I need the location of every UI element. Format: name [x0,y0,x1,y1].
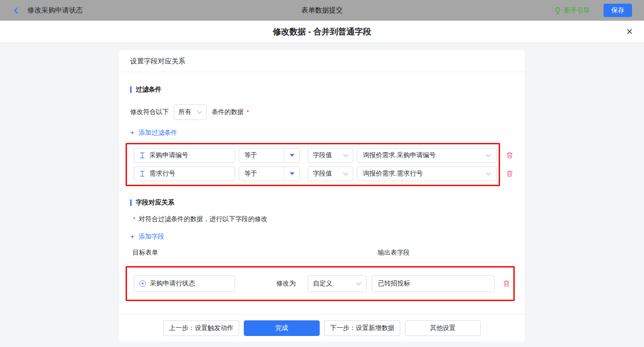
text-field-icon [139,152,145,159]
plus-icon: + [130,233,134,240]
modify-data-dialog: 修改数据 - 合并到普通字段 ✕ 设置字段对应关系 过滤条件 修改符合以下 所有 [0,21,644,347]
topbar-left: 修改采购申请状态 [12,6,83,15]
dialog-body: 设置字段对应关系 过滤条件 修改符合以下 所有 条件的数据 [0,43,644,347]
add-filter-condition-button[interactable]: + 添加过滤条件 [130,128,177,137]
close-icon[interactable]: ✕ [626,21,633,43]
filter-row: 采购申请编号 等于 字段值 询报价需求.采购申请编号 [134,148,497,163]
chevron-down-icon [486,172,491,176]
chevron-down-icon [486,154,491,157]
match-mode-select[interactable]: 所有 [174,104,207,120]
match-suffix-text: 条件的数据 [212,108,244,116]
modify-to-label: 修改为 [276,279,299,288]
match-mode-value: 所有 [178,108,191,116]
save-button[interactable]: 保存 [604,4,632,17]
filter-field-box[interactable]: 采购申请编号 [134,148,235,163]
topbar-center-title: 表单数据提交 [0,6,644,15]
annotation-highlight-filters: 采购申请编号 等于 字段值 询报价需求.采购申请编号 [126,143,500,186]
column-target-form: 目标表单 [132,249,158,256]
mapping-section-title: 字段对应关系 [130,198,514,207]
card-footer: 上一步：设置触发动作 完成 下一步：设置新增数据 其他设置 [119,314,525,341]
chevron-down-icon [356,282,361,285]
field-mapping-card: 设置字段对应关系 过滤条件 修改符合以下 所有 条件的数据 [119,50,525,341]
filter-rows-block: 采购申请编号 等于 字段值 询报价需求.采购申请编号 [126,143,514,186]
filter-value-select[interactable]: 询报价需求.需求行号 [357,166,497,181]
beginner-guide-link[interactable]: 新手引导 [554,6,590,15]
mapping-description: * 对符合过滤条件的数据，进行以下字段的修改 [130,215,514,224]
trash-icon[interactable] [506,170,513,177]
filter-section-title: 过滤条件 [130,85,514,94]
mapping-column-headers: 目标表单 输出表字段 [127,249,514,262]
chevron-down-icon [343,172,348,176]
chevron-down-icon [197,111,202,114]
caret-down-icon [284,148,299,162]
chevron-down-icon [343,154,348,157]
topbar-right: 新手引导 保存 [554,4,632,17]
section-accent-bar [130,86,132,93]
next-step-button[interactable]: 下一步：设置新增数据 [324,320,400,336]
modal-dim-overlay [0,0,644,21]
filter-value-type-select[interactable]: 字段值 [308,148,353,163]
plus-icon: + [130,129,134,137]
filter-row: 需求行号 等于 字段值 询报价需求.需求行号 [134,166,497,181]
caret-down-icon [284,167,299,181]
back-icon[interactable] [12,6,20,15]
filter-field-box[interactable]: 需求行号 [134,166,235,181]
match-condition-row: 修改符合以下 所有 条件的数据 * [130,104,514,120]
required-asterisk: * [247,108,249,116]
app-topbar: 修改采购申请状态 表单数据提交 新手引导 保存 [0,0,644,21]
radio-field-icon [139,280,146,287]
add-field-button[interactable]: + 添加字段 [130,232,164,241]
done-button[interactable]: 完成 [244,320,320,336]
mapping-mode-select[interactable]: 自定义 [308,275,367,292]
card-body: 过滤条件 修改符合以下 所有 条件的数据 * + 添加过滤条件 [119,72,525,314]
mapping-value-input[interactable] [372,275,494,292]
match-prefix-text: 修改符合以下 [130,108,169,116]
workflow-node-title: 修改采购申请状态 [28,6,83,15]
text-field-icon [139,171,145,177]
filter-value-select[interactable]: 询报价需求.采购申请编号 [357,148,497,163]
section-accent-bar [130,199,132,206]
other-settings-button[interactable]: 其他设置 [405,320,481,336]
mapping-field-box[interactable]: 采购申请行状态 [134,275,235,292]
dialog-header: 修改数据 - 合并到普通字段 ✕ [0,21,644,43]
lightbulb-icon [554,7,561,14]
filter-value-type-select[interactable]: 字段值 [308,166,353,181]
required-asterisk: * [133,216,135,223]
prev-step-button[interactable]: 上一步：设置触发动作 [163,320,239,336]
trash-icon[interactable] [506,152,513,159]
card-header-title: 设置字段对应关系 [119,50,525,72]
filter-delete-column [504,143,515,181]
annotation-highlight-mapping: 采购申请行状态 修改为 自定义 [126,266,515,301]
beginner-guide-label: 新手引导 [564,6,590,15]
filter-operator-select[interactable]: 等于 [239,148,300,163]
filter-operator-select[interactable]: 等于 [239,166,300,181]
column-output-field: 输出表字段 [378,249,410,257]
dialog-title: 修改数据 - 合并到普通字段 [0,21,644,43]
trash-icon[interactable] [503,280,510,287]
